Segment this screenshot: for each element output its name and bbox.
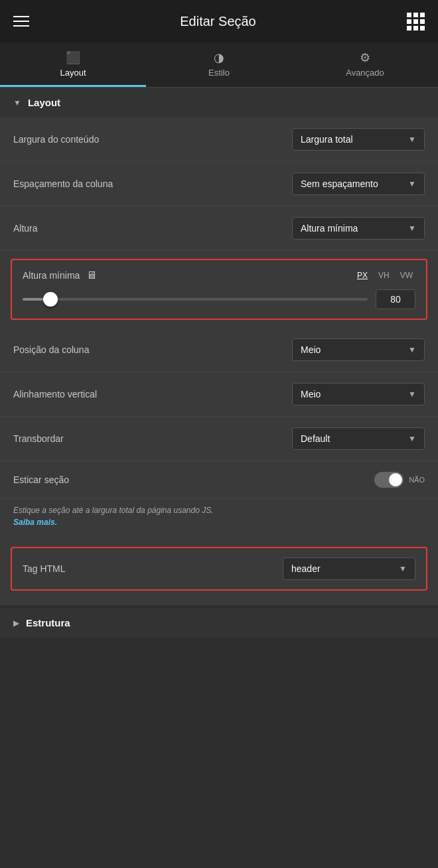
slider-thumb[interactable] — [43, 292, 58, 307]
espacamento-chevron-icon: ▼ — [408, 179, 416, 188]
altura-select[interactable]: Altura mínima ▼ — [292, 217, 425, 240]
tab-estilo-label: Estilo — [208, 68, 230, 78]
esticar-toggle-container: NÃO — [374, 472, 425, 488]
app-header: Editar Seção — [0, 0, 438, 42]
posicao-chevron-icon: ▼ — [408, 345, 416, 354]
tab-avancado[interactable]: ⚙ Avançado — [292, 42, 438, 87]
layout-arrow-icon: ▼ — [13, 98, 21, 108]
tab-estilo[interactable]: ◑ Estilo — [146, 42, 292, 87]
altura-minima-header-row: Altura mínima 🖥 PX VH VW — [23, 269, 415, 281]
layout-section-header[interactable]: ▼ Layout — [0, 88, 438, 117]
tab-bar: ⬛ Layout ◑ Estilo ⚙ Avançado — [0, 42, 438, 88]
tab-layout[interactable]: ⬛ Layout — [0, 42, 146, 87]
altura-chevron-icon: ▼ — [408, 224, 416, 233]
info-description: Estique a seção até a largura total da p… — [13, 506, 214, 515]
estrutura-arrow-icon: ▶ — [13, 618, 19, 628]
tag-html-select[interactable]: header ▼ — [283, 557, 415, 580]
transbordar-row: Transbordar Default ▼ — [0, 417, 438, 461]
slider-row: 80 — [23, 289, 415, 309]
espacamento-label: Espaçamento da coluna — [13, 179, 113, 189]
toggle-knob — [389, 473, 402, 486]
transbordar-chevron-icon: ▼ — [408, 434, 416, 443]
largura-value: Largura total — [301, 134, 353, 145]
esticar-toggle[interactable] — [374, 472, 403, 488]
layout-content: Largura do conteúdo Largura total ▼ Espa… — [0, 117, 438, 605]
tab-avancado-label: Avançado — [346, 68, 384, 78]
unit-vh-button[interactable]: VH — [376, 269, 392, 281]
altura-label: Altura — [13, 223, 38, 234]
unit-vw-button[interactable]: VW — [398, 269, 415, 281]
tab-layout-label: Layout — [60, 68, 86, 78]
apps-grid-icon[interactable] — [407, 13, 425, 31]
slider-container[interactable] — [23, 298, 368, 301]
altura-minima-box: Altura mínima 🖥 PX VH VW 80 — [11, 259, 427, 320]
alinhamento-row: Alinhamento vertical Meio ▼ — [0, 372, 438, 417]
largura-select[interactable]: Largura total ▼ — [292, 128, 425, 151]
altura-value: Altura mínima — [301, 223, 358, 234]
altura-minima-label-group: Altura mínima 🖥 — [23, 269, 97, 281]
monitor-icon: 🖥 — [86, 269, 97, 281]
toggle-state-label: NÃO — [409, 476, 425, 484]
alinhamento-select[interactable]: Meio ▼ — [292, 383, 425, 405]
layout-icon: ⬛ — [66, 52, 80, 64]
altura-row: Altura Altura mínima ▼ — [0, 206, 438, 251]
estrutura-section-title: Estrutura — [26, 617, 70, 628]
style-icon: ◑ — [214, 52, 224, 64]
unit-px-button[interactable]: PX — [354, 269, 370, 281]
alinhamento-label: Alinhamento vertical — [13, 389, 97, 399]
tag-html-box: Tag HTML header ▼ — [11, 547, 427, 591]
transbordar-select[interactable]: Default ▼ — [292, 427, 425, 450]
unit-buttons-group: PX VH VW — [354, 269, 415, 281]
espacamento-select[interactable]: Sem espaçamento ▼ — [292, 173, 425, 195]
posicao-row: Posição da coluna Meio ▼ — [0, 328, 438, 372]
page-title: Editar Seção — [180, 14, 256, 29]
slider-value-input[interactable]: 80 — [376, 289, 415, 309]
esticar-label: Esticar seção — [13, 474, 69, 485]
alinhamento-value: Meio — [301, 389, 321, 399]
espacamento-value: Sem espaçamento — [301, 179, 378, 189]
tag-html-value: header — [291, 563, 321, 574]
posicao-select[interactable]: Meio ▼ — [292, 338, 425, 361]
settings-icon: ⚙ — [360, 52, 370, 64]
tag-html-label: Tag HTML — [23, 563, 66, 574]
estrutura-section-header[interactable]: ▶ Estrutura — [0, 608, 438, 638]
transbordar-label: Transbordar — [13, 433, 64, 444]
esticar-row: Esticar seção NÃO — [0, 461, 438, 499]
largura-row: Largura do conteúdo Largura total ▼ — [0, 117, 438, 162]
slider-track — [23, 298, 368, 301]
tag-html-chevron-icon: ▼ — [399, 564, 407, 573]
largura-label: Largura do conteúdo — [13, 134, 99, 145]
espacamento-row: Espaçamento da coluna Sem espaçamento ▼ — [0, 162, 438, 206]
largura-chevron-icon: ▼ — [408, 135, 416, 144]
alinhamento-chevron-icon: ▼ — [408, 390, 416, 399]
hamburger-menu-icon[interactable] — [13, 16, 29, 27]
posicao-value: Meio — [301, 344, 321, 355]
altura-minima-label: Altura mínima — [23, 270, 80, 281]
info-text-area: Estique a seção até a largura total da p… — [0, 499, 438, 539]
layout-section-title: Layout — [28, 97, 60, 108]
saiba-mais-link[interactable]: Saiba mais. — [13, 518, 57, 527]
transbordar-value: Default — [301, 433, 330, 444]
posicao-label: Posição da coluna — [13, 344, 89, 355]
spacer — [0, 599, 438, 605]
